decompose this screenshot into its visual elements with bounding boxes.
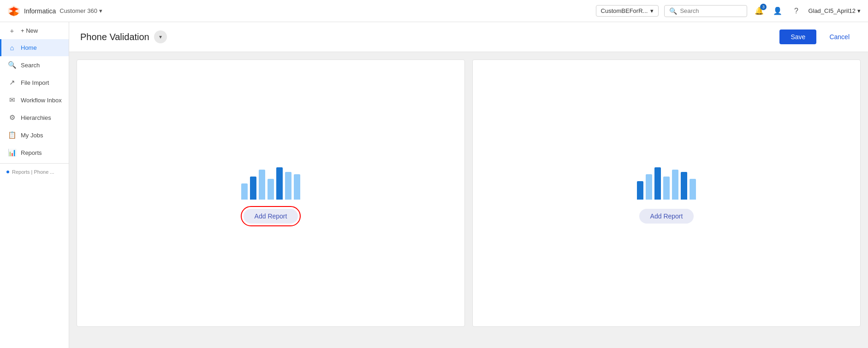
card-1-inner: Add Report [241,163,300,224]
search-icon: 🔍 [669,7,677,15]
sidebar-item-home[interactable]: ⌂ Home [0,39,69,56]
bar-c2-3 [654,167,661,200]
page-header: Phone Validation ▾ Save Cancel [69,22,868,52]
header-icons: 🔔 3 👤 ? [753,5,803,18]
bar-5 [276,167,283,200]
sidebar-divider [0,163,69,164]
bar-4 [268,179,274,200]
user-chevron: ▾ [857,7,861,14]
cancel-button[interactable]: Cancel [822,29,857,44]
page-title-dropdown[interactable]: ▾ [154,30,167,43]
dashboard-card-1: Add Report [77,59,465,327]
brand-area: Informatica Customer 360 ▾ [7,5,102,18]
new-icon: + [8,27,16,35]
user-profile-button[interactable]: 👤 [771,5,784,18]
workflow-inbox-icon: ✉ [8,96,16,104]
notifications-button[interactable]: 🔔 3 [753,5,766,18]
card-1-chart [241,163,300,200]
breadcrumb-label: Reports | Phone ... [12,169,54,175]
home-icon: ⌂ [8,44,16,52]
sidebar-workflow-label: Workflow Inbox [21,97,62,104]
sidebar-item-file-import[interactable]: ↗ File Import [0,74,69,91]
dashboard-card-2: Add Report [472,59,861,327]
help-icon: ? [794,7,798,15]
bar-c2-2 [646,174,652,200]
add-report-button-2[interactable]: Add Report [639,209,694,224]
main-content: Phone Validation ▾ Save Cancel [69,22,868,348]
sidebar-reports-label: Reports [21,149,42,156]
add-report-button-1[interactable]: Add Report [244,209,298,224]
app-name: Informatica [24,7,56,15]
sidebar-my-jobs-label: My Jobs [21,132,43,139]
card-2-inner: Add Report [637,163,696,224]
env-selector[interactable]: CustomBEForR... ▾ [596,5,659,17]
user-menu[interactable]: Glad_CI5_April12 ▾ [808,7,861,14]
sidebar-item-my-jobs[interactable]: 📋 My Jobs [0,126,69,144]
sidebar-hierarchies-label: Hierarchies [21,114,51,121]
bar-3 [259,170,265,200]
sidebar-breadcrumb: Reports | Phone ... [0,165,69,178]
reports-icon: 📊 [8,148,16,157]
bar-6 [285,172,291,200]
search-input[interactable] [680,7,735,14]
sidebar-new-label: + New [21,27,38,34]
bar-c2-4 [663,177,670,200]
app-context-switcher[interactable]: Customer 360 ▾ [59,7,102,14]
sidebar-item-workflow-inbox[interactable]: ✉ Workflow Inbox [0,91,69,109]
global-search[interactable]: 🔍 [664,5,747,17]
bar-c2-5 [672,170,678,200]
bar-c2-7 [690,179,696,200]
top-header: Informatica Customer 360 ▾ CustomBEForR.… [0,0,868,22]
my-jobs-icon: 📋 [8,131,16,139]
hierarchies-icon: ⚙ [8,113,16,122]
sidebar-item-hierarchies[interactable]: ⚙ Hierarchies [0,109,69,126]
card-2-chart [637,163,696,200]
app-body: + + New ⌂ Home 🔍 Search ↗ File Import ✉ … [0,22,868,348]
help-button[interactable]: ? [790,5,803,18]
sidebar-item-reports[interactable]: 📊 Reports [0,144,69,161]
page-actions: Save Cancel [779,29,857,44]
bar-2 [250,177,256,200]
sidebar-home-label: Home [21,44,37,51]
informatica-logo [7,5,20,18]
env-selector-label: CustomBEForR... [601,7,648,14]
file-import-icon: ↗ [8,78,16,87]
bar-7 [294,174,300,200]
app-context-label: Customer 360 [59,7,97,14]
save-button[interactable]: Save [779,29,816,44]
sidebar-search-label: Search [21,62,40,69]
notification-badge: 3 [760,4,767,10]
sidebar-file-import-label: File Import [21,79,49,86]
dashboard-grid: Add Report Add Report [69,52,868,334]
user-label: Glad_CI5_April12 [808,7,856,14]
search-nav-icon: 🔍 [8,61,16,69]
page-title-area: Phone Validation ▾ [80,30,167,43]
app-context-chevron: ▾ [99,7,102,14]
sidebar-item-new[interactable]: + + New [0,22,69,39]
user-icon: 👤 [773,6,782,15]
env-selector-chevron: ▾ [650,7,654,14]
sidebar: + + New ⌂ Home 🔍 Search ↗ File Import ✉ … [0,22,69,348]
bar-c2-1 [637,181,643,200]
sidebar-item-search[interactable]: 🔍 Search [0,56,69,74]
breadcrumb-dot [6,171,9,173]
bar-1 [241,183,248,200]
bar-c2-6 [681,172,687,200]
page-title: Phone Validation [80,32,149,42]
